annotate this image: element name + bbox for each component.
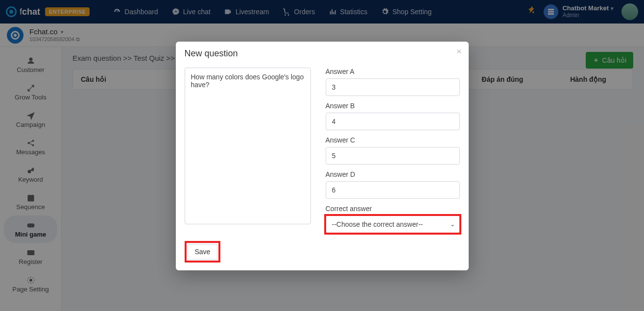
answer-b-input[interactable] (326, 113, 460, 130)
answer-c-label: Answer C (326, 136, 460, 144)
correct-answer-label: Correct answer (326, 205, 460, 213)
answer-b-label: Answer B (326, 102, 460, 110)
correct-answer-select[interactable]: --Choose the correct answer-- (326, 215, 460, 233)
new-question-modal: New question × Answer A Answer B Answer … (176, 42, 469, 270)
modal-overlay[interactable]: New question × Answer A Answer B Answer … (0, 0, 644, 311)
modal-close-button[interactable]: × (456, 47, 462, 57)
save-button[interactable]: Save (188, 244, 218, 260)
answer-d-input[interactable] (326, 181, 460, 199)
answer-c-input[interactable] (326, 147, 460, 165)
answer-a-input[interactable] (326, 78, 460, 96)
answer-a-label: Answer A (326, 68, 460, 75)
save-highlight: Save (185, 241, 221, 263)
correct-answer-highlight: --Choose the correct answer-- ⌄ (326, 215, 460, 233)
modal-title: New question (185, 48, 238, 59)
question-textarea[interactable] (185, 68, 311, 224)
answer-d-label: Answer D (326, 170, 460, 178)
